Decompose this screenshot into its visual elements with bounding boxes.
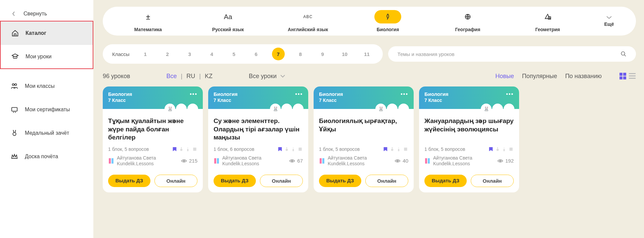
class-11[interactable]: 11: [361, 48, 373, 60]
subjects-bar: Математика Аа Русский язык ABC Английски…: [103, 7, 636, 36]
class-9[interactable]: 9: [316, 48, 329, 60]
subject-math[interactable]: Математика: [120, 10, 177, 32]
assign-hw-button[interactable]: Выдать ДЗ: [319, 175, 361, 187]
svg-rect-11: [629, 73, 636, 74]
subject-geometry[interactable]: Геометрия: [519, 10, 576, 32]
card-menu-icon[interactable]: •••: [190, 91, 197, 97]
geom-icon: [534, 10, 561, 23]
svg-rect-21: [214, 158, 216, 164]
views-count: 40: [403, 158, 408, 164]
svg-rect-9: [619, 76, 623, 79]
class-10[interactable]: 10: [338, 48, 351, 60]
sort-name[interactable]: По названию: [565, 73, 602, 80]
lang-ru[interactable]: RU: [186, 73, 195, 80]
author-name: Айтуганова Света: [328, 155, 367, 161]
card-header: Биология 7 Класс ••• 🐰 E M: [103, 86, 203, 109]
subject-english[interactable]: ABC Английский язык: [279, 10, 336, 32]
card-meta: 1 блок, 5 вопросов: [108, 146, 149, 152]
sidebar-item-honor-board[interactable]: Доска почёта: [0, 145, 93, 168]
sort: Новые Популярные По названию: [495, 73, 602, 80]
subject-geography[interactable]: География: [439, 10, 496, 32]
collapse-button[interactable]: Свернуть: [0, 7, 93, 21]
card-type-icons: [488, 146, 514, 152]
lang-kz[interactable]: KZ: [205, 73, 213, 80]
search-input[interactable]: [398, 51, 620, 57]
assign-hw-button[interactable]: Выдать ДЗ: [424, 175, 467, 187]
sidebar-item-label: Доска почёта: [25, 154, 58, 160]
sidebar-item-my-lessons[interactable]: Мои уроки: [1, 45, 93, 68]
card-actions: Выдать ДЗ Онлайн: [103, 171, 203, 192]
secondary-row: 96 уроков Все | RU | KZ Все уроки Новые …: [103, 72, 636, 80]
sidebar-item-label: Мои уроки: [26, 54, 51, 60]
assign-hw-button[interactable]: Выдать ДЗ: [108, 175, 150, 187]
svg-rect-26: [320, 158, 322, 164]
author-name: Айтуганова Света: [222, 155, 262, 161]
card-menu-icon[interactable]: •••: [295, 91, 303, 97]
classes-bar: Классы 1 2 3 4 5 6 7 8 9 10 11: [103, 44, 383, 64]
medal-icon: [11, 129, 18, 137]
online-button[interactable]: Онлайн: [471, 175, 514, 187]
class-6[interactable]: 6: [250, 48, 263, 60]
graduation-icon: [11, 53, 19, 60]
lesson-card[interactable]: Биология 7 Класс ••• 🐰 E M Жануарлардың …: [419, 86, 519, 192]
class-5[interactable]: 5: [228, 48, 240, 60]
lesson-card[interactable]: Биология 7 Класс ••• 🐰 E M Биологиялық ы…: [314, 86, 414, 192]
sidebar: Свернуть Каталог Мои уроки Мои классы: [0, 0, 93, 238]
card-avatars: 🐰 E M: [481, 104, 514, 114]
card-meta: 1 блок, 5 вопросов: [319, 146, 360, 152]
certificate-icon: [11, 106, 18, 113]
lang-all[interactable]: Все: [167, 73, 177, 80]
views-count: 67: [297, 158, 303, 164]
view-grid-icon[interactable]: [619, 72, 627, 80]
class-3[interactable]: 3: [183, 48, 196, 60]
subject-biology[interactable]: Биология: [359, 10, 416, 32]
class-7[interactable]: 7: [272, 48, 285, 60]
class-4[interactable]: 4: [205, 48, 218, 60]
card-subject: Биология: [108, 91, 197, 97]
class-2[interactable]: 2: [161, 48, 174, 60]
sort-popular[interactable]: Популярные: [522, 73, 557, 80]
card-author: Айтуганова Света Kundelik.Lessons: [424, 155, 472, 167]
svg-rect-8: [623, 73, 626, 76]
subject-label: Геометрия: [535, 27, 560, 32]
card-body: Су және элементтер. Олардың тірі ағзалар…: [208, 109, 308, 171]
card-views: 215: [181, 158, 197, 164]
sidebar-item-catalog[interactable]: Каталог: [1, 21, 93, 45]
chevron-down-icon: [606, 15, 612, 19]
rus-icon: Аа: [215, 10, 241, 23]
home-icon: [11, 29, 19, 37]
card-menu-icon[interactable]: •••: [401, 91, 408, 97]
sidebar-item-certificates[interactable]: Мои сертификаты: [0, 98, 93, 121]
sort-new[interactable]: Новые: [495, 73, 514, 80]
class-8[interactable]: 8: [294, 48, 307, 60]
lang-filter: Все | RU | KZ: [167, 73, 213, 80]
sidebar-item-my-classes[interactable]: Мои классы: [0, 74, 93, 98]
nav-group-highlighted: Каталог Мои уроки: [0, 21, 93, 69]
online-button[interactable]: Онлайн: [260, 175, 303, 187]
geo-icon: [454, 10, 481, 23]
subjects-more[interactable]: Ещё: [599, 15, 619, 27]
card-author: Айтуганова Света Kundelik.Lessons: [319, 155, 367, 167]
lessons-dropdown[interactable]: Все уроки: [249, 73, 285, 80]
assign-hw-button[interactable]: Выдать ДЗ: [214, 175, 256, 187]
lesson-card[interactable]: Биология 7 Класс ••• 🐰 E M Тұқым қуалайт…: [103, 86, 203, 192]
svg-rect-30: [509, 147, 512, 151]
view-list-icon[interactable]: [629, 72, 636, 80]
subject-russian[interactable]: Аа Русский язык: [199, 10, 257, 32]
lesson-card[interactable]: Биология 7 Класс ••• 🐰 E M Су және элеме…: [208, 86, 308, 192]
svg-rect-32: [428, 158, 430, 164]
card-actions: Выдать ДЗ Онлайн: [208, 171, 308, 192]
card-avatars: 🐰 E M: [375, 104, 409, 114]
sidebar-item-medals[interactable]: Медальный зачёт: [0, 121, 93, 145]
avatar-icon: M: [398, 104, 409, 114]
subject-label: Русский язык: [212, 27, 244, 32]
class-1[interactable]: 1: [139, 48, 152, 60]
svg-rect-10: [623, 76, 626, 79]
bio-icon: [374, 10, 401, 23]
card-type-icons: [172, 146, 197, 152]
online-button[interactable]: Онлайн: [365, 175, 408, 187]
online-button[interactable]: Онлайн: [154, 175, 197, 187]
card-menu-icon[interactable]: •••: [506, 91, 514, 97]
search-bar: [388, 46, 636, 62]
search-icon[interactable]: [620, 51, 627, 57]
